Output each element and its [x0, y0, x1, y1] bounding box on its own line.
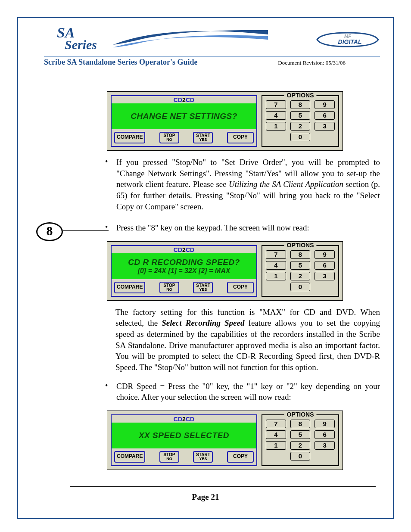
copy-button[interactable]: COPY [227, 282, 254, 293]
stop-no-button[interactable]: STOPNO [159, 451, 179, 463]
options-keypad: OPTIONS 7 8 9 4 5 6 1 2 [262, 95, 339, 147]
stop-no-button[interactable]: STOPNO [159, 282, 179, 293]
svg-text:DIGITAL: DIGITAL [338, 38, 362, 45]
lcd-screen: XX SPEED SELECTED [112, 423, 256, 448]
keypad-1[interactable]: 1 [266, 272, 286, 280]
device-panel-speed-selected: CD2CD XX SPEED SELECTED COMPARE STOPNO S… [107, 411, 343, 470]
keypad-4[interactable]: 4 [266, 430, 286, 439]
bullet-press-8: • Press the "8" key on the keypad. The s… [104, 222, 380, 233]
keypad-3[interactable]: 3 [314, 441, 335, 450]
keypad-0[interactable]: 0 [290, 133, 310, 141]
keypad-8[interactable]: 8 [290, 250, 311, 259]
keypad-6[interactable]: 6 [314, 261, 335, 270]
start-yes-button[interactable]: STARTYES [193, 132, 213, 143]
page-number: Page 21 [18, 492, 393, 502]
lcd-line-2: [0] = 24X [1] = 32X [2] = MAX [114, 267, 254, 275]
keypad-1[interactable]: 1 [266, 122, 286, 131]
keypad-7[interactable]: 7 [266, 250, 286, 259]
sa-series-logo: SA Series [57, 27, 97, 50]
footer-rule [70, 486, 376, 487]
bullet-icon: • [104, 157, 116, 212]
keypad-2[interactable]: 2 [290, 441, 311, 450]
bullet-text: CDR Speed = Press the "0" key, the "1" k… [116, 381, 380, 403]
copy-button[interactable]: COPY [227, 132, 254, 143]
compare-button[interactable]: COMPARE [114, 451, 145, 463]
keypad-1[interactable]: 1 [266, 441, 286, 450]
keypad-4[interactable]: 4 [266, 111, 286, 120]
options-label: OPTIONS [284, 242, 316, 249]
lcd-module: CD2CD XX SPEED SELECTED COMPARE STOPNO S… [111, 414, 257, 466]
keypad-2[interactable]: 2 [290, 272, 311, 280]
step-divider [63, 230, 109, 231]
keypad-7[interactable]: 7 [266, 100, 286, 109]
header-rule [44, 56, 380, 57]
compare-button[interactable]: COMPARE [114, 132, 145, 143]
keypad-9[interactable]: 9 [314, 420, 335, 428]
step-number-8: 8 [36, 222, 63, 241]
mf-digital-logo: MF DIGITAL [315, 31, 380, 48]
lcd-line-1: CD R RECORDING SPEED? [114, 258, 254, 267]
bullet-text: If you pressed "Stop/No" to "Set Drive O… [116, 157, 380, 212]
document-revision: Document Revision: 05/31/06 [278, 59, 346, 66]
start-yes-button[interactable]: STARTYES [193, 451, 213, 463]
lcd-brand: CD2CD [112, 96, 256, 103]
keypad-6[interactable]: 6 [314, 111, 335, 120]
start-yes-button[interactable]: STARTYES [193, 282, 213, 293]
lcd-module: CD2CD CD R RECORDING SPEED? [0] = 24X [1… [111, 245, 257, 297]
device-panel-recording-speed: CD2CD CD R RECORDING SPEED? [0] = 24X [1… [107, 241, 343, 301]
keypad-2[interactable]: 2 [290, 122, 311, 131]
keypad-9[interactable]: 9 [314, 100, 335, 109]
keypad-4[interactable]: 4 [266, 261, 286, 270]
header-swoosh [113, 30, 268, 49]
stop-no-button[interactable]: STOPNO [159, 132, 179, 143]
bullet-text: Press the "8" key on the keypad. The scr… [116, 222, 380, 233]
guide-title: Scribe SA Standalone Series Operator's G… [44, 58, 198, 67]
options-keypad: OPTIONS 7 8 9 4 5 6 1 2 [262, 414, 339, 466]
paragraph-recording-speed: The factory setting for this function is… [115, 307, 380, 373]
keypad-5[interactable]: 5 [290, 430, 311, 439]
keypad-8[interactable]: 8 [290, 420, 311, 428]
bullet-change-net: • If you pressed "Stop/No" to "Set Drive… [104, 157, 380, 212]
bullet-cdr-speed: • CDR Speed = Press the "0" key, the "1"… [104, 381, 380, 403]
lcd-brand: CD2CD [112, 246, 256, 253]
keypad-0[interactable]: 0 [290, 452, 310, 460]
lcd-screen: CD R RECORDING SPEED? [0] = 24X [1] = 32… [112, 253, 256, 279]
lcd-screen: CHANGE NET SETTINGS? [112, 103, 256, 129]
options-label: OPTIONS [284, 411, 316, 418]
logo-series: Series [65, 39, 97, 50]
keypad-9[interactable]: 9 [314, 250, 335, 259]
lcd-line-1: XX SPEED SELECTED [114, 431, 254, 440]
keypad-8[interactable]: 8 [290, 100, 311, 109]
bullet-icon: • [104, 381, 116, 403]
copy-button[interactable]: COPY [227, 451, 254, 463]
compare-button[interactable]: COMPARE [114, 282, 145, 293]
device-panel-change-net: CD2CD CHANGE NET SETTINGS? COMPARE STOPN… [107, 91, 343, 151]
keypad-5[interactable]: 5 [290, 261, 311, 270]
keypad-3[interactable]: 3 [314, 122, 335, 131]
keypad-6[interactable]: 6 [314, 430, 335, 439]
keypad-0[interactable]: 0 [290, 283, 310, 291]
lcd-line-1: CHANGE NET SETTINGS? [114, 112, 254, 121]
keypad-3[interactable]: 3 [314, 272, 335, 280]
keypad-7[interactable]: 7 [266, 420, 286, 428]
options-label: OPTIONS [284, 92, 316, 99]
options-keypad: OPTIONS 7 8 9 4 5 6 1 2 [262, 245, 339, 297]
page-header: SA Series MF DIGITAL Scribe SA Standalon… [44, 27, 380, 65]
bullet-icon: • [104, 222, 116, 233]
keypad-5[interactable]: 5 [290, 111, 311, 120]
lcd-brand: CD2CD [112, 415, 256, 423]
lcd-module: CD2CD CHANGE NET SETTINGS? COMPARE STOPN… [111, 95, 257, 147]
